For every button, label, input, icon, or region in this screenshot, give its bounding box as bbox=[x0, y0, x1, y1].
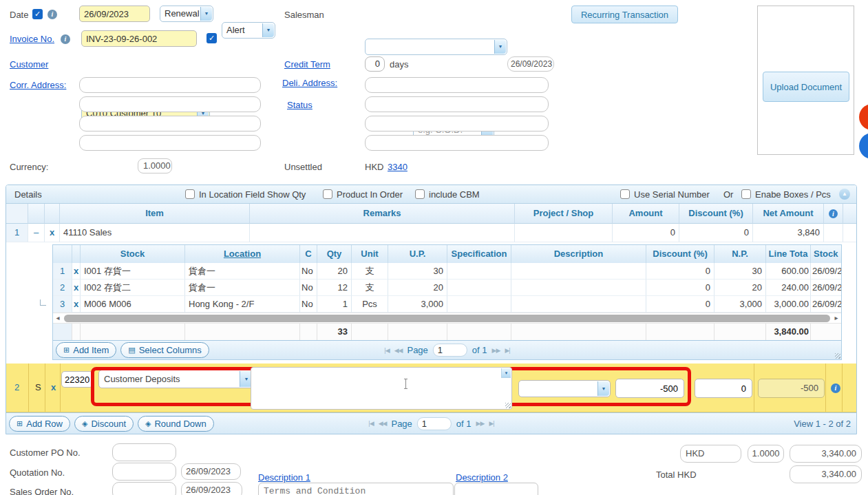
scroll-right-icon[interactable]: ▸ bbox=[832, 313, 841, 323]
customer-po-input[interactable] bbox=[112, 443, 176, 461]
upload-document-button[interactable]: Upload Document bbox=[763, 72, 849, 102]
invoice-checkbox[interactable]: ✓ bbox=[207, 33, 217, 43]
corr-address-input-1[interactable] bbox=[79, 77, 261, 93]
date-info-icon[interactable]: i bbox=[47, 10, 57, 19]
corr-address-input-4[interactable] bbox=[79, 135, 261, 151]
date-input[interactable] bbox=[79, 6, 150, 22]
pager-first-icon[interactable]: |◀ bbox=[368, 420, 373, 427]
cell-c: No bbox=[300, 263, 317, 280]
corr-address-input-2[interactable] bbox=[79, 96, 261, 112]
cell-np: 30 bbox=[714, 263, 766, 280]
cell-discount: 0 bbox=[646, 263, 714, 280]
deli-address-input-1[interactable] bbox=[365, 77, 549, 93]
deli-address-link[interactable]: Deli. Address: bbox=[282, 78, 337, 88]
description1-link[interactable]: Description 1 bbox=[258, 472, 310, 483]
scroll-left-icon[interactable]: ◂ bbox=[53, 313, 63, 323]
row1-project bbox=[515, 224, 613, 242]
pager-prev-icon[interactable]: ◀◀ bbox=[379, 420, 387, 427]
date-checkbox[interactable]: ✓ bbox=[32, 9, 43, 19]
collapse-panel-icon[interactable]: ▲ bbox=[839, 189, 850, 200]
details-panel: Details In Location Field Show Qty Produ… bbox=[6, 185, 857, 434]
chevron-down-icon[interactable]: ▼ bbox=[200, 7, 212, 21]
renewal-dropdown[interactable]: Renewal▼ bbox=[160, 6, 213, 22]
details-header-row: Item Remarks Project / Shop Amount Disco… bbox=[6, 204, 856, 224]
subcol-up: U.P. bbox=[388, 245, 447, 263]
discount-button[interactable]: ◈Discount bbox=[74, 416, 134, 432]
description1-textarea[interactable] bbox=[258, 483, 454, 495]
pager-next-icon[interactable]: ▶▶ bbox=[492, 347, 500, 354]
round-down-button[interactable]: ◈Round Down bbox=[138, 416, 214, 432]
quotation-no-input[interactable] bbox=[112, 463, 176, 481]
delete-row-icon[interactable]: x bbox=[72, 296, 81, 313]
info-icon[interactable]: i bbox=[831, 383, 840, 393]
account-code-input[interactable] bbox=[61, 371, 93, 388]
chevron-down-icon[interactable]: ▼ bbox=[597, 381, 609, 396]
alert-dropdown[interactable]: Alert▼ bbox=[222, 22, 275, 39]
deli-address-input-2[interactable] bbox=[365, 96, 549, 112]
corr-address-link[interactable]: Corr. Address: bbox=[10, 80, 66, 90]
serial-number-checkbox[interactable] bbox=[620, 189, 630, 199]
cell-line-total: 600.00 bbox=[766, 263, 811, 280]
page-input[interactable] bbox=[433, 344, 467, 357]
info-icon[interactable]: i bbox=[829, 209, 838, 218]
collapse-row-icon[interactable]: – bbox=[28, 224, 45, 242]
status-link[interactable]: Status bbox=[287, 100, 313, 110]
boxes-pcs-checkbox[interactable] bbox=[741, 189, 751, 199]
chevron-down-icon[interactable]: ▼ bbox=[501, 368, 511, 378]
recurring-transaction-button[interactable]: Recurring Transaction bbox=[571, 6, 678, 23]
pager-first-icon[interactable]: |◀ bbox=[384, 347, 389, 354]
alert-badge-icon[interactable] bbox=[859, 104, 868, 130]
chevron-down-icon[interactable]: ▼ bbox=[262, 23, 274, 37]
chevron-down-icon[interactable]: ▼ bbox=[494, 40, 506, 54]
subcol-line-total: Line Tota bbox=[766, 245, 811, 263]
delete-row-icon[interactable]: x bbox=[51, 382, 56, 392]
product-in-order-checkbox[interactable] bbox=[323, 189, 332, 199]
horizontal-scrollbar[interactable]: ◂ ▸ bbox=[53, 313, 841, 324]
pager-last-icon[interactable]: ▶| bbox=[505, 347, 509, 354]
totals-cell bbox=[646, 324, 714, 340]
invoice-no-link[interactable]: Invoice No. bbox=[10, 34, 54, 44]
add-item-button[interactable]: ⊞Add Item bbox=[56, 342, 116, 358]
customer-link[interactable]: Customer bbox=[10, 59, 48, 70]
resize-handle[interactable] bbox=[505, 403, 511, 408]
row1-item: 41110 Sales bbox=[60, 224, 250, 242]
cell-description bbox=[511, 296, 646, 313]
unsettled-amount-link[interactable]: 3340 bbox=[388, 162, 407, 172]
credit-term-link[interactable]: Credit Term bbox=[284, 59, 330, 70]
add-row-button[interactable]: ⊞Add Row bbox=[9, 416, 70, 432]
page-input[interactable] bbox=[417, 417, 452, 430]
credit-days-input[interactable] bbox=[365, 56, 385, 72]
include-cbm-checkbox[interactable] bbox=[415, 189, 425, 199]
delete-row-icon[interactable]: x bbox=[45, 224, 60, 242]
sales-order-input[interactable] bbox=[112, 482, 176, 495]
salesman-dropdown[interactable]: ▼ bbox=[365, 39, 507, 55]
invoice-no-input[interactable] bbox=[81, 30, 197, 47]
corr-address-input-3[interactable] bbox=[79, 116, 261, 131]
delete-row-icon[interactable]: x bbox=[72, 263, 81, 280]
help-badge-icon[interactable] bbox=[859, 133, 868, 159]
subcol-location-link[interactable]: Location bbox=[185, 245, 300, 263]
divider bbox=[825, 364, 826, 412]
amount-input[interactable] bbox=[615, 379, 684, 398]
select-columns-button[interactable]: ▤Select Columns bbox=[120, 342, 209, 358]
row1-remarks bbox=[250, 224, 515, 242]
quotation-date-field: 26/09/2023 bbox=[181, 463, 241, 480]
pager-last-icon[interactable]: ▶| bbox=[489, 420, 494, 427]
description2-textarea[interactable] bbox=[454, 483, 538, 495]
date-label: Date bbox=[10, 10, 28, 20]
deli-address-input-4[interactable] bbox=[365, 135, 549, 151]
account-name-dropdown[interactable]: Customer Deposits▼ bbox=[98, 370, 254, 388]
location-qty-checkbox[interactable] bbox=[185, 189, 195, 199]
scrollbar-thumb[interactable] bbox=[64, 315, 830, 322]
page-of-label: of 1 bbox=[456, 419, 472, 429]
description2-link[interactable]: Description 2 bbox=[456, 472, 508, 483]
resize-handle[interactable] bbox=[835, 353, 840, 359]
deli-address-input-3[interactable] bbox=[365, 116, 549, 131]
pager-prev-icon[interactable]: ◀◀ bbox=[394, 347, 403, 354]
discount-input[interactable] bbox=[695, 379, 752, 398]
remarks-textarea[interactable]: ▼ bbox=[251, 367, 512, 410]
delete-row-icon[interactable]: x bbox=[72, 280, 81, 296]
project-shop-dropdown[interactable]: ▼ bbox=[518, 380, 611, 397]
pager-next-icon[interactable]: ▶▶ bbox=[476, 420, 485, 427]
invoice-info-icon[interactable]: i bbox=[61, 34, 70, 44]
